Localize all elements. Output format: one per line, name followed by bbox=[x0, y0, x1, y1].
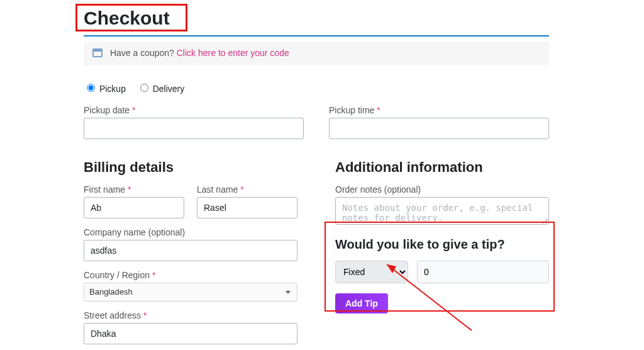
delivery-radio[interactable] bbox=[140, 84, 148, 92]
pickup-radio-label[interactable]: Pickup bbox=[84, 84, 128, 94]
first-name-input[interactable] bbox=[84, 197, 184, 218]
street-label: Street address * bbox=[84, 310, 297, 320]
add-tip-button[interactable]: Add Tip bbox=[335, 293, 388, 313]
tip-card: Would you like to give a tip? Fixed Add … bbox=[335, 237, 549, 313]
country-select[interactable]: Bangladesh bbox=[84, 283, 297, 302]
country-value: Bangladesh bbox=[89, 287, 133, 296]
last-name-input[interactable] bbox=[197, 197, 297, 218]
pickup-radio-text: Pickup bbox=[99, 84, 126, 94]
page-title: Checkout bbox=[84, 8, 549, 29]
delivery-radio-text: Delivery bbox=[153, 84, 185, 94]
last-name-label: Last name * bbox=[197, 184, 297, 195]
coupon-icon bbox=[92, 48, 103, 59]
first-name-label: First name * bbox=[84, 184, 184, 195]
pickup-date-label: Pickup date * bbox=[84, 105, 304, 115]
tip-amount-input[interactable] bbox=[417, 261, 549, 283]
company-input[interactable] bbox=[84, 240, 297, 261]
order-notes-label: Order notes (optional) bbox=[335, 184, 549, 195]
street-input[interactable] bbox=[84, 323, 297, 344]
order-notes-textarea[interactable] bbox=[335, 197, 549, 225]
coupon-lead-text: Have a coupon? bbox=[110, 48, 174, 58]
viewport: Checkout Have a coupon? Click here to en… bbox=[0, 0, 644, 350]
coupon-link[interactable]: Click here to enter your code bbox=[177, 48, 289, 58]
company-label: Company name (optional) bbox=[84, 227, 297, 237]
pickup-date-input[interactable] bbox=[84, 118, 304, 139]
pickup-time-input[interactable] bbox=[329, 118, 549, 139]
coupon-bar: Have a coupon? Click here to enter your … bbox=[84, 42, 549, 65]
tip-type-select[interactable]: Fixed bbox=[335, 261, 408, 283]
pickup-radio[interactable] bbox=[87, 84, 95, 92]
fulfilment-radios: Pickup Delivery bbox=[84, 82, 549, 94]
billing-heading: Billing details bbox=[84, 159, 297, 176]
title-rule bbox=[84, 35, 549, 37]
svg-rect-3 bbox=[93, 49, 102, 52]
tip-heading: Would you like to give a tip? bbox=[335, 237, 549, 252]
delivery-radio-label[interactable]: Delivery bbox=[137, 84, 184, 94]
country-label: Country / Region * bbox=[84, 270, 297, 280]
required-star: * bbox=[377, 105, 380, 115]
required-star: * bbox=[132, 105, 135, 115]
pickup-time-label: Pickup time * bbox=[329, 105, 549, 115]
additional-heading: Additional information bbox=[335, 159, 549, 176]
